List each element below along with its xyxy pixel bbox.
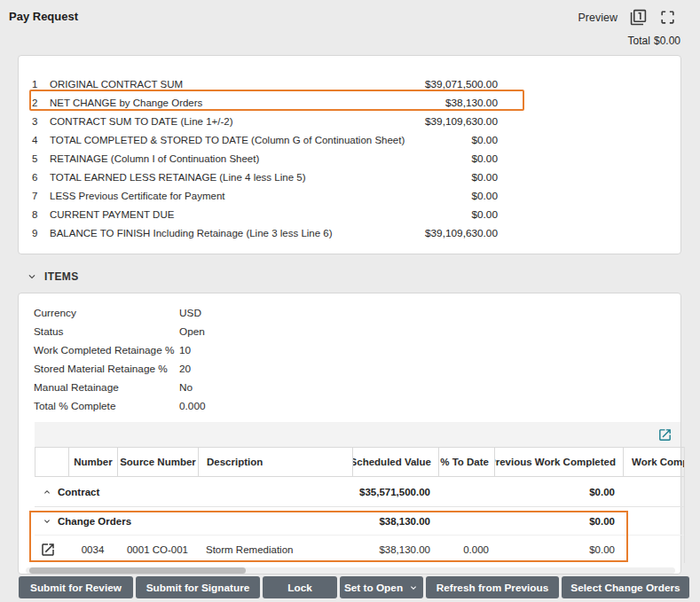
set-to-open-button[interactable]: Set to Open — [340, 576, 423, 598]
launch-icon[interactable] — [40, 542, 56, 558]
group-name: Contract — [58, 487, 99, 497]
preview-button[interactable]: Preview — [578, 12, 617, 24]
group-row-contract[interactable]: Contract $35,571,500.00 $0.00 — [35, 477, 684, 507]
summary-row: 8CURRENT PAYMENT DUE$0.00 — [19, 205, 680, 223]
cell-number: 0034 — [68, 544, 117, 555]
group-previous-work-completed: $0.00 — [494, 487, 623, 497]
items-table: Number Source Number Description Schedul… — [35, 447, 685, 563]
table-header-row: Number Source Number Description Schedul… — [35, 447, 684, 477]
total-label: Total — [628, 35, 650, 47]
summary-row: 5RETAINAGE (Column I of Continuation She… — [19, 149, 680, 168]
filter-1-icon[interactable] — [630, 9, 647, 26]
chevron-down-icon — [408, 582, 419, 593]
cell-description: Storm Remediation — [198, 544, 352, 555]
detail-row: StatusOpen — [34, 322, 672, 340]
horizontal-scrollbar[interactable] — [26, 567, 675, 574]
group-previous-work-completed: $0.00 — [494, 516, 623, 527]
submit-for-review-button[interactable]: Submit for Review — [19, 576, 133, 598]
chevron-up-icon[interactable] — [42, 487, 52, 497]
items-section-toggle[interactable]: ITEMS — [26, 269, 79, 285]
summary-row: 6TOTAL EARNED LESS RETAINAGE (Line 4 les… — [19, 168, 680, 186]
page-title: Pay Request — [9, 10, 78, 23]
detail-row: Work Completed Retainage %10 — [34, 340, 672, 359]
table-toolbar — [35, 422, 680, 447]
summary-row-highlighted: 2NET CHANGE by Change Orders$38,130.00 — [19, 93, 680, 112]
cell-pct-to-date: 0.000 — [438, 544, 494, 555]
items-card: CurrencyUSD StatusOpen Work Completed Re… — [18, 293, 681, 575]
summary-row: 9BALANCE TO FINISH Including Retainage (… — [19, 223, 680, 242]
header-actions: Preview — [578, 9, 676, 26]
group-scheduled-value: $38,130.00 — [352, 516, 438, 527]
total-amount: Total $0.00 — [628, 35, 680, 47]
items-section-label: ITEMS — [44, 270, 79, 283]
chevron-down-icon[interactable] — [42, 516, 52, 527]
column-header-pct-to-date: % To Date — [439, 448, 495, 476]
column-header-number: Number — [69, 448, 118, 476]
group-name: Change Orders — [58, 516, 131, 527]
summary-row: 4TOTAL COMPLETED & STORED TO DATE (Colum… — [19, 130, 680, 149]
cell-source-number: 0001 CO-001 — [117, 544, 198, 555]
refresh-from-previous-button[interactable]: Refresh from Previous — [426, 576, 559, 598]
chevron-down-icon — [26, 270, 38, 283]
horizontal-scrollbar-thumb[interactable] — [29, 567, 246, 574]
launch-icon[interactable] — [657, 427, 672, 442]
cell-previous-work-completed: $0.00 — [494, 544, 623, 555]
column-header-work-completed: Work Completed — [624, 448, 685, 476]
summary-row: 3CONTRACT SUM TO DATE (Line 1+/-2)$39,10… — [19, 112, 680, 130]
column-header-description: Description — [199, 448, 353, 476]
select-change-orders-button[interactable]: Select Change Orders — [562, 576, 689, 598]
item-details: CurrencyUSD StatusOpen Work Completed Re… — [34, 303, 672, 415]
column-header-scheduled-value: Scheduled Value — [353, 448, 439, 476]
detail-row: CurrencyUSD — [34, 303, 672, 322]
detail-row: Manual RetainageNo — [34, 378, 672, 396]
fullscreen-icon[interactable] — [659, 9, 676, 26]
cell-scheduled-value: $38,130.00 — [352, 544, 438, 555]
summary-row: 1ORIGINAL CONTRACT SUM$39,071,500.00 — [19, 74, 680, 93]
column-header-empty — [35, 448, 69, 476]
lock-button[interactable]: Lock — [263, 576, 337, 598]
submit-for-signature-button[interactable]: Submit for Signature — [136, 576, 260, 598]
column-header-previous-work-completed: Previous Work Completed — [495, 448, 624, 476]
detail-row: Total % Complete0.000 — [34, 396, 672, 415]
summary-rows: 1ORIGINAL CONTRACT SUM$39,071,500.00 2NE… — [19, 74, 680, 242]
group-scheduled-value: $35,571,500.00 — [352, 487, 438, 497]
table-row: 0034 0001 CO-001 Storm Remediation $38,1… — [35, 536, 684, 563]
group-row-change-orders[interactable]: Change Orders $38,130.00 $0.00 — [35, 507, 684, 536]
detail-row: Stored Material Retainage %20 — [34, 359, 672, 378]
pay-request-summary-card: 1ORIGINAL CONTRACT SUM$39,071,500.00 2NE… — [18, 55, 681, 254]
total-value: $0.00 — [654, 35, 680, 47]
summary-row: 7LESS Previous Certificate for Payment$0… — [19, 186, 680, 205]
column-header-source-number: Source Number — [118, 448, 199, 476]
